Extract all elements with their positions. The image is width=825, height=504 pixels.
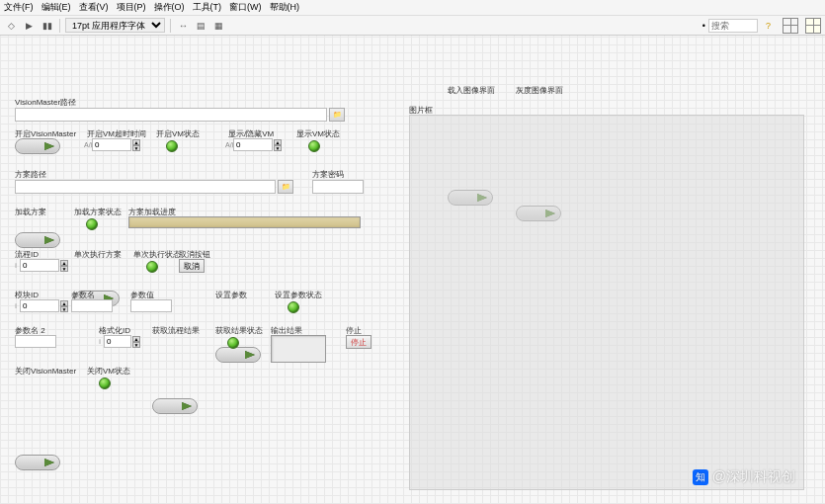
close-vm-label: 关闭VisionMaster xyxy=(15,366,76,377)
format-id-input[interactable]: i▲▼ xyxy=(96,335,140,348)
grid-icon-2[interactable] xyxy=(805,18,821,34)
set-param-status-label: 设置参数状态 xyxy=(275,290,322,300)
open-vm-button[interactable] xyxy=(15,138,60,154)
layer-icon[interactable]: ▤ xyxy=(194,18,208,33)
menu-edit[interactable]: 编辑(E) xyxy=(41,1,71,14)
cancel-button[interactable]: 取消 xyxy=(179,259,205,273)
font-select[interactable]: 17pt 应用程序字体 xyxy=(65,18,165,33)
scheme-path-input[interactable] xyxy=(15,180,276,194)
close-status-label: 关闭VM状态 xyxy=(87,366,130,377)
toolbar-sep-2 xyxy=(170,19,171,33)
open-timeout-input[interactable]: A/i▲▼ xyxy=(84,138,140,151)
load-scheme-label: 加载方案 xyxy=(15,207,46,217)
show-status-led xyxy=(308,140,320,152)
show-hide-input[interactable]: A/i▲▼ xyxy=(225,138,282,151)
show-status-label: 显示VM状态 xyxy=(296,128,340,139)
set-param-status-led xyxy=(288,301,299,313)
scheme-path-label: 方案路径 xyxy=(15,169,46,180)
menu-file[interactable]: 文件(F) xyxy=(4,1,34,14)
open-status-label: 开启VM状态 xyxy=(156,128,200,139)
single-exec-status-label: 单次执行状态 xyxy=(133,249,181,260)
toolbar-sep xyxy=(59,19,60,33)
menu-bar: 文件(F) 编辑(E) 查看(V) 项目(P) 操作(O) 工具(T) 窗口(W… xyxy=(0,0,825,16)
toolbar-btn-1[interactable]: ◇ xyxy=(4,18,19,33)
progress-bar xyxy=(128,216,361,228)
run-icon[interactable]: ▶ xyxy=(22,18,37,33)
load-scheme-status-led xyxy=(86,218,98,230)
param-value-input[interactable] xyxy=(130,299,172,312)
module-id-input[interactable]: i▲▼ xyxy=(12,299,68,312)
scheme-path-browse[interactable]: 📁 xyxy=(278,180,293,194)
get-result-label: 获取流程结果 xyxy=(152,325,200,336)
pause-icon[interactable]: ▮▮ xyxy=(40,18,54,33)
get-result-button[interactable] xyxy=(152,398,198,414)
load-scheme-button[interactable] xyxy=(15,232,60,248)
param-name-input[interactable] xyxy=(71,299,113,312)
watermark: 知@深圳科视创 xyxy=(693,468,795,486)
scheme-pwd-input[interactable] xyxy=(312,180,364,194)
zhihu-icon: 知 xyxy=(693,469,708,485)
menu-help[interactable]: 帮助(H) xyxy=(270,1,300,14)
param-name2-input[interactable] xyxy=(15,335,56,348)
get-status-label: 获取结果状态 xyxy=(215,325,263,336)
toolbar: ◇ ▶ ▮▮ 17pt 应用程序字体 ↔ ▤ ▦ • ? xyxy=(0,16,825,36)
load-scheme-status-label: 加载方案状态 xyxy=(74,207,122,217)
search-input[interactable] xyxy=(708,19,758,33)
process-id-input[interactable]: i▲▼ xyxy=(12,259,68,272)
align-icon[interactable]: ↔ xyxy=(176,18,191,33)
get-status-led xyxy=(227,337,239,349)
set-param-button[interactable] xyxy=(215,347,261,363)
vm-path-label: VisionMaster路径 xyxy=(15,97,76,108)
menu-view[interactable]: 查看(V) xyxy=(79,1,109,14)
vm-path-input[interactable] xyxy=(15,108,327,122)
close-vm-button[interactable] xyxy=(15,455,60,470)
set-param-label: 设置参数 xyxy=(215,290,247,300)
search-label: • xyxy=(702,21,705,31)
menu-project[interactable]: 项目(P) xyxy=(117,1,146,14)
stop-button[interactable]: 停止 xyxy=(346,335,371,349)
single-exec-status-led xyxy=(146,261,158,273)
image-frame xyxy=(409,115,804,490)
vm-path-browse[interactable]: 📁 xyxy=(329,108,345,122)
help-icon[interactable]: ? xyxy=(761,18,776,33)
group-icon[interactable]: ▦ xyxy=(211,18,226,33)
grid-icon[interactable] xyxy=(783,18,798,34)
output-box xyxy=(271,335,326,363)
single-exec-label: 单次执行方案 xyxy=(74,249,122,260)
load-image-label: 载入图像界面 xyxy=(448,85,495,96)
menu-window[interactable]: 窗口(W) xyxy=(229,1,262,14)
design-canvas: VisionMaster路径 📁 开启VisionMaster 开启VM超时时间… xyxy=(0,36,825,504)
gray-image-label: 灰度图像界面 xyxy=(516,85,563,96)
close-status-led xyxy=(99,378,111,389)
menu-tools[interactable]: 工具(T) xyxy=(193,1,222,14)
open-status-led xyxy=(166,140,178,152)
menu-operate[interactable]: 操作(O) xyxy=(154,1,185,14)
scheme-pwd-label: 方案密码 xyxy=(312,169,344,180)
